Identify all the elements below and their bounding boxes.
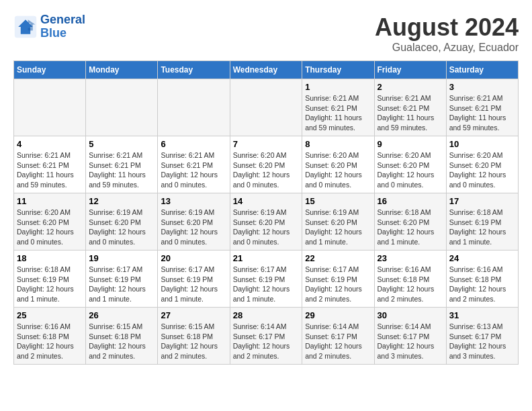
sunrise-text: Sunrise: 6:14 AM (233, 322, 287, 330)
day-number: 14 (233, 196, 300, 206)
daylight-text: Daylight: 12 hours and 2 minutes. (161, 342, 218, 360)
day-number: 17 (449, 196, 515, 206)
day-info: Sunrise: 6:21 AM Sunset: 6:21 PM Dayligh… (449, 93, 515, 133)
sunrise-text: Sunrise: 6:19 AM (233, 208, 287, 216)
day-info: Sunrise: 6:16 AM Sunset: 6:18 PM Dayligh… (378, 265, 443, 304)
sunrise-text: Sunrise: 6:18 AM (378, 208, 431, 216)
day-number: 23 (378, 253, 443, 263)
day-info: Sunrise: 6:17 AM Sunset: 6:19 PM Dayligh… (305, 265, 371, 304)
daylight-text: Daylight: 12 hours and 0 minutes. (89, 228, 146, 246)
sunset-text: Sunset: 6:20 PM (378, 218, 430, 226)
day-number: 18 (17, 253, 83, 263)
logo: General Blue (13, 13, 85, 40)
daylight-text: Daylight: 12 hours and 2 minutes. (17, 342, 74, 360)
daylight-text: Daylight: 12 hours and 1 minute. (449, 228, 506, 246)
day-number: 8 (305, 139, 371, 149)
day-info: Sunrise: 6:20 AM Sunset: 6:20 PM Dayligh… (378, 150, 443, 190)
sunset-text: Sunset: 6:21 PM (378, 104, 430, 112)
daylight-text: Daylight: 12 hours and 2 minutes. (378, 285, 435, 303)
sunrise-text: Sunrise: 6:18 AM (449, 208, 503, 216)
sunrise-text: Sunrise: 6:13 AM (449, 322, 503, 330)
day-info: Sunrise: 6:16 AM Sunset: 6:18 PM Dayligh… (17, 322, 83, 361)
weekday-header-friday: Friday (374, 61, 446, 79)
day-info: Sunrise: 6:14 AM Sunset: 6:17 PM Dayligh… (233, 322, 300, 361)
daylight-text: Daylight: 12 hours and 0 minutes. (233, 171, 290, 189)
sunset-text: Sunset: 6:21 PM (449, 104, 502, 112)
sunrise-text: Sunrise: 6:14 AM (305, 322, 359, 330)
calendar-week-row: 25 Sunrise: 6:16 AM Sunset: 6:18 PM Dayl… (14, 308, 519, 365)
day-number: 26 (89, 310, 154, 320)
day-number: 20 (161, 253, 226, 263)
sunrise-text: Sunrise: 6:20 AM (17, 208, 71, 216)
sunset-text: Sunset: 6:21 PM (161, 161, 213, 169)
sunset-text: Sunset: 6:18 PM (17, 332, 69, 340)
calendar-cell: 1 Sunrise: 6:21 AM Sunset: 6:21 PM Dayli… (302, 79, 374, 136)
calendar-table: SundayMondayTuesdayWednesdayThursdayFrid… (13, 60, 519, 365)
sunset-text: Sunset: 6:21 PM (89, 161, 141, 169)
sunset-text: Sunset: 6:20 PM (305, 218, 357, 226)
sunrise-text: Sunrise: 6:19 AM (305, 208, 359, 216)
daylight-text: Daylight: 12 hours and 1 minute. (89, 285, 146, 303)
sunrise-text: Sunrise: 6:21 AM (89, 151, 142, 159)
day-info: Sunrise: 6:17 AM Sunset: 6:19 PM Dayligh… (89, 265, 154, 304)
daylight-text: Daylight: 12 hours and 0 minutes. (233, 228, 290, 246)
day-info: Sunrise: 6:18 AM Sunset: 6:20 PM Dayligh… (378, 208, 443, 247)
sunrise-text: Sunrise: 6:14 AM (378, 322, 431, 330)
daylight-text: Daylight: 11 hours and 59 minutes. (449, 113, 506, 132)
day-info: Sunrise: 6:19 AM Sunset: 6:20 PM Dayligh… (89, 208, 154, 247)
sunrise-text: Sunrise: 6:20 AM (378, 151, 431, 159)
sunset-text: Sunset: 6:19 PM (305, 275, 357, 283)
daylight-text: Daylight: 12 hours and 1 minute. (305, 228, 362, 246)
day-number: 5 (89, 139, 154, 149)
calendar-cell: 2 Sunrise: 6:21 AM Sunset: 6:21 PM Dayli… (374, 79, 446, 136)
sunrise-text: Sunrise: 6:17 AM (233, 265, 287, 273)
calendar-cell: 25 Sunrise: 6:16 AM Sunset: 6:18 PM Dayl… (14, 308, 86, 365)
day-info: Sunrise: 6:15 AM Sunset: 6:18 PM Dayligh… (161, 322, 226, 361)
calendar-cell: 21 Sunrise: 6:17 AM Sunset: 6:19 PM Dayl… (230, 250, 302, 308)
day-number: 7 (233, 139, 300, 149)
calendar-week-row: 18 Sunrise: 6:18 AM Sunset: 6:19 PM Dayl… (14, 250, 519, 308)
day-info: Sunrise: 6:15 AM Sunset: 6:18 PM Dayligh… (89, 322, 154, 361)
calendar-cell (86, 79, 158, 136)
sunset-text: Sunset: 6:20 PM (233, 218, 285, 226)
sunrise-text: Sunrise: 6:21 AM (449, 94, 503, 102)
location-subtitle: Gualaceo, Azuay, Ecuador (375, 42, 519, 54)
day-number: 11 (17, 196, 83, 206)
calendar-cell: 6 Sunrise: 6:21 AM Sunset: 6:21 PM Dayli… (158, 136, 230, 193)
daylight-text: Daylight: 12 hours and 0 minutes. (378, 171, 435, 189)
day-info: Sunrise: 6:21 AM Sunset: 6:21 PM Dayligh… (161, 150, 226, 190)
day-info: Sunrise: 6:21 AM Sunset: 6:21 PM Dayligh… (17, 150, 83, 190)
day-number: 13 (161, 196, 226, 206)
sunset-text: Sunset: 6:20 PM (233, 161, 285, 169)
daylight-text: Daylight: 12 hours and 0 minutes. (449, 171, 506, 189)
calendar-cell: 29 Sunrise: 6:14 AM Sunset: 6:17 PM Dayl… (302, 308, 374, 365)
calendar-cell: 16 Sunrise: 6:18 AM Sunset: 6:20 PM Dayl… (374, 193, 446, 250)
day-info: Sunrise: 6:20 AM Sunset: 6:20 PM Dayligh… (17, 208, 83, 247)
sunrise-text: Sunrise: 6:17 AM (161, 265, 214, 273)
sunrise-text: Sunrise: 6:19 AM (89, 208, 142, 216)
daylight-text: Daylight: 12 hours and 2 minutes. (89, 342, 146, 360)
day-info: Sunrise: 6:21 AM Sunset: 6:21 PM Dayligh… (305, 93, 371, 133)
calendar-cell: 5 Sunrise: 6:21 AM Sunset: 6:21 PM Dayli… (86, 136, 158, 193)
day-info: Sunrise: 6:19 AM Sunset: 6:20 PM Dayligh… (233, 208, 300, 247)
daylight-text: Daylight: 12 hours and 2 minutes. (233, 342, 290, 360)
sunset-text: Sunset: 6:18 PM (449, 275, 502, 283)
title-section: August 2024 Gualaceo, Azuay, Ecuador (375, 13, 519, 54)
day-number: 12 (89, 196, 154, 206)
calendar-week-row: 1 Sunrise: 6:21 AM Sunset: 6:21 PM Dayli… (14, 79, 519, 136)
day-info: Sunrise: 6:17 AM Sunset: 6:19 PM Dayligh… (233, 265, 300, 304)
sunset-text: Sunset: 6:20 PM (305, 161, 357, 169)
day-number: 19 (89, 253, 154, 263)
sunrise-text: Sunrise: 6:19 AM (161, 208, 214, 216)
day-info: Sunrise: 6:14 AM Sunset: 6:17 PM Dayligh… (378, 322, 443, 361)
day-number: 2 (378, 82, 443, 92)
calendar-cell: 24 Sunrise: 6:16 AM Sunset: 6:18 PM Dayl… (446, 250, 518, 308)
day-number: 15 (305, 196, 371, 206)
weekday-header-saturday: Saturday (446, 61, 518, 79)
sunset-text: Sunset: 6:20 PM (17, 218, 69, 226)
sunset-text: Sunset: 6:20 PM (89, 218, 141, 226)
day-info: Sunrise: 6:21 AM Sunset: 6:21 PM Dayligh… (378, 93, 443, 133)
daylight-text: Daylight: 12 hours and 1 minute. (161, 285, 218, 303)
daylight-text: Daylight: 12 hours and 1 minute. (378, 228, 435, 246)
day-number: 9 (378, 139, 443, 149)
